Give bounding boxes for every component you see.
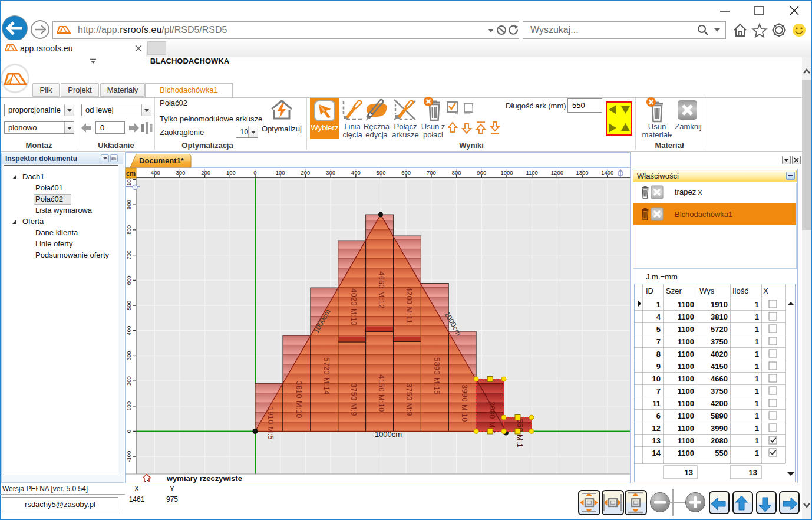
svg-text:4200: 4200 (711, 399, 728, 408)
svg-text:-400: -400 (149, 169, 160, 176)
svg-text:4150 M:10: 4150 M:10 (377, 374, 385, 412)
svg-text:1: 1 (755, 424, 759, 433)
svg-text:-200: -200 (199, 169, 210, 176)
svg-text:500: 500 (377, 169, 386, 176)
svg-text:200: 200 (301, 169, 310, 176)
svg-text:900: 900 (477, 169, 486, 176)
svg-text:4: 4 (656, 312, 661, 321)
svg-text:13: 13 (685, 468, 693, 477)
svg-text:100: 100 (126, 401, 132, 411)
svg-text:3810 M:10: 3810 M:10 (295, 381, 303, 419)
svg-text:800: 800 (126, 225, 132, 235)
svg-text:3990 M:10: 3990 M:10 (460, 384, 468, 422)
svg-text:5890: 5890 (711, 412, 728, 420)
svg-text:1000: 1000 (500, 169, 513, 176)
svg-text:1100: 1100 (678, 436, 694, 445)
svg-text:5720 M:14: 5720 M:14 (322, 357, 331, 395)
svg-text:300: 300 (326, 169, 335, 176)
svg-text:Szer: Szer (666, 287, 682, 295)
svg-text:1100: 1100 (678, 312, 694, 321)
svg-text:700: 700 (126, 251, 132, 260)
svg-text:3810: 3810 (711, 312, 728, 321)
svg-text:1: 1 (755, 449, 759, 458)
svg-text:8: 8 (656, 350, 661, 358)
svg-text:1: 1 (755, 325, 759, 334)
svg-text:1: 1 (755, 436, 759, 445)
svg-text:1100: 1100 (526, 169, 537, 176)
svg-text:1: 1 (755, 387, 759, 396)
svg-text:1100: 1100 (678, 362, 694, 371)
svg-text:200: 200 (126, 376, 132, 386)
svg-text:Document1*: Document1* (139, 156, 184, 165)
svg-text:-100: -100 (225, 169, 236, 176)
svg-text:2080: 2080 (711, 436, 728, 445)
svg-text:14: 14 (652, 449, 661, 458)
svg-text:1100: 1100 (678, 325, 694, 334)
svg-text:1: 1 (755, 412, 759, 420)
svg-text:4020: 4020 (711, 350, 728, 358)
svg-text:3990: 3990 (711, 424, 728, 433)
svg-text:1000cm: 1000cm (375, 430, 402, 439)
svg-text:1: 1 (755, 399, 759, 408)
svg-text:X: X (763, 287, 768, 295)
svg-text:1: 1 (755, 337, 759, 346)
svg-text:0: 0 (126, 430, 132, 433)
svg-text:3750: 3750 (711, 337, 728, 346)
svg-text:cm: cm (126, 170, 136, 177)
svg-text:4660 M:12: 4660 M:12 (377, 271, 385, 309)
svg-text:5890 M:15: 5890 M:15 (433, 357, 441, 395)
svg-text:5: 5 (656, 325, 661, 334)
svg-text:1: 1 (755, 312, 759, 321)
svg-text:wymiary rzeczywiste: wymiary rzeczywiste (166, 474, 242, 483)
svg-text:1: 1 (755, 350, 759, 358)
svg-text:700: 700 (427, 169, 436, 176)
svg-text:1100: 1100 (678, 300, 694, 309)
svg-text:1100: 1100 (678, 449, 694, 458)
svg-text:400: 400 (126, 326, 132, 335)
svg-text:400: 400 (351, 169, 361, 176)
svg-text:-300: -300 (174, 169, 185, 176)
svg-text:13: 13 (749, 468, 757, 477)
svg-text:1910 M:5: 1910 M:5 (266, 407, 275, 440)
svg-text:5720: 5720 (711, 325, 728, 334)
svg-text:1100: 1100 (678, 374, 694, 383)
svg-text:ID: ID (646, 287, 653, 295)
svg-text:13: 13 (652, 436, 661, 445)
svg-text:1100: 1100 (678, 412, 694, 420)
svg-text:4020 M:10: 4020 M:10 (349, 288, 358, 326)
svg-text:800: 800 (452, 169, 461, 176)
svg-text:600: 600 (401, 169, 411, 176)
svg-text:6: 6 (656, 412, 661, 420)
svg-text:1100: 1100 (678, 350, 694, 358)
svg-text:9: 9 (656, 362, 661, 371)
svg-text:1100: 1100 (678, 337, 694, 346)
svg-text:1100: 1100 (678, 387, 694, 396)
svg-text:600: 600 (126, 275, 132, 285)
svg-text:4150: 4150 (711, 362, 728, 371)
svg-text:3750 M:9: 3750 M:9 (405, 383, 413, 416)
svg-text:11: 11 (652, 399, 661, 408)
svg-text:1100: 1100 (678, 399, 694, 408)
svg-text:300: 300 (126, 351, 132, 360)
svg-text:500: 500 (126, 301, 132, 310)
svg-text:1: 1 (755, 300, 759, 309)
svg-text:3750: 3750 (711, 387, 728, 396)
svg-text:4660: 4660 (711, 374, 728, 383)
svg-text:Wys: Wys (699, 287, 715, 295)
svg-text:4200 M:11: 4200 M:11 (405, 287, 413, 324)
svg-text:7: 7 (656, 387, 661, 396)
svg-text:Ilość: Ilość (732, 287, 748, 295)
svg-text:1: 1 (755, 362, 759, 371)
svg-text:7: 7 (656, 337, 661, 346)
svg-text:3750 M:9: 3750 M:9 (349, 383, 358, 416)
svg-text:100: 100 (276, 169, 285, 176)
svg-text:1: 1 (656, 300, 661, 309)
svg-text:1910: 1910 (711, 300, 728, 309)
svg-text:1400: 1400 (601, 169, 613, 176)
svg-text:-100: -100 (126, 451, 132, 462)
svg-text:900: 900 (126, 200, 132, 209)
svg-text:0: 0 (253, 169, 256, 176)
svg-text:1200: 1200 (551, 169, 563, 176)
svg-text:12: 12 (652, 424, 661, 433)
svg-text:10: 10 (652, 374, 661, 383)
